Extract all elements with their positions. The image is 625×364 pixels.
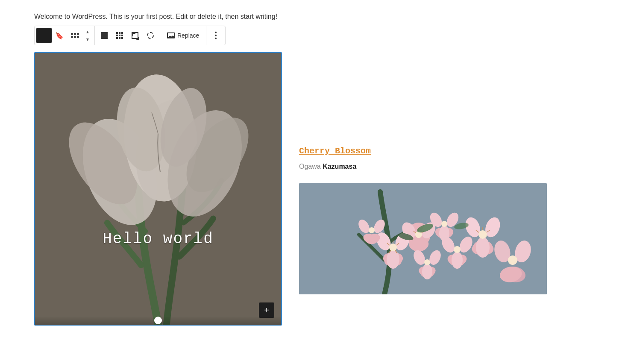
align-left-button[interactable]: [97, 28, 112, 43]
slider-handle[interactable]: [154, 317, 162, 324]
image-block[interactable]: Hello world +: [34, 52, 282, 326]
left-column: Hello world +: [34, 52, 282, 326]
move-arrows: ▲ ▼: [82, 28, 93, 43]
svg-point-29: [387, 250, 399, 269]
svg-point-46: [476, 237, 490, 258]
image-icon: [167, 32, 175, 38]
drag-button[interactable]: [67, 28, 82, 43]
image-background: Hello world +: [35, 53, 281, 325]
toolbar-group-more: [206, 26, 225, 45]
square-icon: [101, 32, 108, 39]
toolbar-group-1: 🔖 ▲ ▼: [35, 26, 95, 45]
move-up-button[interactable]: ▲: [82, 28, 93, 35]
author-name: Kazumasa: [323, 163, 356, 170]
main-content: Hello world + Cherry Blossom Ogawa Kazum…: [34, 52, 591, 326]
svg-point-65: [422, 264, 432, 279]
replace-label: Replace: [177, 32, 199, 39]
svg-point-47: [478, 230, 487, 239]
expand-icon: [132, 32, 138, 39]
svg-point-55: [369, 227, 375, 233]
more-icon: [215, 32, 217, 39]
toolbar-group-replace: Replace: [160, 26, 206, 45]
svg-point-41: [454, 246, 461, 253]
circle-dash-button[interactable]: [143, 28, 158, 43]
right-column: Cherry Blossom Ogawa Kazumasa: [299, 52, 591, 294]
move-down-button[interactable]: ▼: [82, 35, 93, 43]
more-options-button[interactable]: [208, 28, 223, 43]
cherry-blossom-image: [299, 183, 547, 294]
author-line: Ogawa Kazumasa: [299, 163, 591, 170]
bookmark-icon: 🔖: [55, 32, 64, 40]
svg-point-66: [424, 259, 430, 265]
toolbar-group-2: [95, 26, 160, 45]
welcome-text: Welcome to WordPress. This is your first…: [34, 13, 591, 21]
bookmark-button[interactable]: 🔖: [52, 28, 67, 43]
svg-point-24: [441, 221, 447, 227]
author-prefix: Ogawa: [299, 163, 321, 170]
half-split-icon: [40, 32, 48, 39]
image-overlay-text: Hello world: [35, 230, 281, 248]
svg-point-40: [452, 252, 463, 269]
replace-button[interactable]: Replace: [162, 28, 204, 43]
block-toolbar: 🔖 ▲ ▼: [34, 26, 226, 45]
svg-point-30: [389, 244, 397, 251]
cherry-blossom-svg: [299, 183, 547, 294]
add-block-button[interactable]: +: [259, 302, 274, 318]
expand-button[interactable]: [127, 28, 143, 43]
circle-dash-icon: [147, 32, 154, 39]
cherry-blossom-title[interactable]: Cherry Blossom: [299, 146, 591, 156]
drag-dots-icon: [71, 33, 79, 38]
image-slider-track[interactable]: [35, 316, 281, 325]
grid-button[interactable]: [112, 28, 127, 43]
half-split-button[interactable]: [36, 28, 52, 43]
svg-point-60: [508, 255, 517, 265]
grid-icon: [116, 32, 123, 39]
flower-svg: [35, 53, 281, 325]
